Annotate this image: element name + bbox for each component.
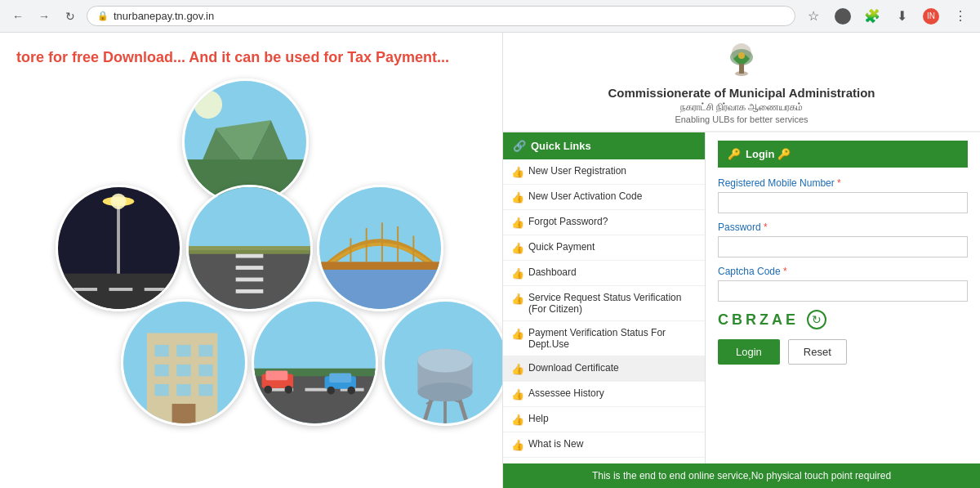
mobile-input[interactable] <box>718 192 968 213</box>
svg-rect-31 <box>154 345 168 356</box>
svg-rect-36 <box>198 365 212 376</box>
svg-rect-33 <box>198 345 212 356</box>
svg-point-67 <box>738 52 745 59</box>
svg-rect-35 <box>176 365 190 376</box>
svg-rect-23 <box>319 262 441 270</box>
lock-icon: 🔒 <box>97 11 109 21</box>
quick-links-label: Quick Links <box>531 140 591 152</box>
bookmark-button[interactable]: ☆ <box>802 5 825 28</box>
quick-link-item-2[interactable]: 👍Forgot Password? <box>503 210 705 235</box>
quick-link-icon: 👍 <box>511 293 524 305</box>
svg-point-49 <box>264 386 272 394</box>
captcha-input[interactable] <box>718 280 968 302</box>
quick-link-label: New User Activation Code <box>528 190 642 202</box>
svg-point-50 <box>284 386 292 394</box>
quick-links-list: 👍New User Registration👍New User Activati… <box>503 159 705 458</box>
mobile-label: Registered Mobile Number * <box>718 177 968 189</box>
marquee-text: tore for free Download... And it can be … <box>16 49 486 66</box>
quick-link-item-3[interactable]: 👍Quick Payment <box>503 235 705 261</box>
page-wrapper: tore for free Download... And it can be … <box>0 33 980 488</box>
button-row: Login Reset <box>718 339 968 365</box>
svg-point-54 <box>347 387 355 395</box>
back-button[interactable]: ← <box>8 7 28 26</box>
svg-rect-12 <box>144 288 167 291</box>
quick-link-item-6[interactable]: 👍Payment Verification Status For Dept.Us… <box>503 321 705 356</box>
menu-button[interactable]: ⋮ <box>949 5 972 28</box>
quick-link-label: Assessee History <box>528 387 604 399</box>
quick-link-item-8[interactable]: 👍Assessee History <box>503 382 705 407</box>
quick-links-header: 🔗 Quick Links <box>503 132 705 159</box>
svg-rect-39 <box>198 384 212 396</box>
login-header: 🔑 Login 🔑 <box>718 141 968 168</box>
captcha-label: Captcha Code * <box>718 266 968 277</box>
quick-link-icon: 👍 <box>511 217 524 229</box>
downloads-button[interactable]: ⬇ <box>890 5 913 28</box>
svg-rect-6 <box>117 203 120 281</box>
quick-links-icon: 🔗 <box>513 140 526 152</box>
circle-image-2 <box>56 185 182 311</box>
quick-link-label: Dashboard <box>528 266 577 278</box>
address-bar[interactable]: 🔒 tnurbanepay.tn.gov.in <box>87 6 795 26</box>
profile-button[interactable] <box>831 5 854 28</box>
browser-actions: ☆ 🧩 ⬇ IN ⋮ <box>802 5 972 28</box>
quick-link-icon: 👍 <box>511 363 524 375</box>
quick-link-label: Forgot Password? <box>528 216 608 227</box>
captcha-refresh-button[interactable]: ↻ <box>807 310 826 329</box>
quick-link-label: What is New <box>528 438 583 450</box>
quick-link-icon: 👍 <box>511 439 524 451</box>
quick-link-label: Help <box>528 413 549 424</box>
quick-link-item-4[interactable]: 👍Dashboard <box>503 261 705 286</box>
svg-rect-11 <box>109 288 132 291</box>
svg-rect-19 <box>235 289 263 293</box>
quick-link-item-10[interactable]: 👍What is New <box>503 432 705 458</box>
quick-link-icon: 👍 <box>511 242 524 254</box>
svg-point-69 <box>735 71 748 76</box>
quick-link-label: Download Certificate <box>528 362 619 374</box>
quick-link-label: New User Registration <box>528 165 626 177</box>
extensions-button[interactable]: 🧩 <box>861 5 884 28</box>
svg-point-8 <box>110 194 126 209</box>
quick-link-label: Payment Verification Status For Dept.Use <box>528 327 697 350</box>
svg-rect-16 <box>235 254 263 258</box>
circle-image-6 <box>252 299 378 426</box>
browser-chrome: ← → ↻ 🔒 tnurbanepay.tn.gov.in ☆ 🧩 ⬇ IN ⋮ <box>0 0 980 33</box>
login-icon: 🔑 <box>728 148 741 160</box>
left-panel: tore for free Download... And it can be … <box>0 33 502 488</box>
footer-bar: This is the end to end online service,No… <box>503 463 980 488</box>
site-subtitle-eng: Enabling ULBs for better services <box>515 114 968 124</box>
login-label: Login 🔑 <box>746 148 791 160</box>
right-panel: Commissionerate of Municipal Administrat… <box>502 33 980 488</box>
quick-link-icon: 👍 <box>511 166 524 178</box>
quick-link-item-5[interactable]: 👍Service Request Status Verification (Fo… <box>503 286 705 321</box>
forward-button[interactable]: → <box>34 7 54 26</box>
password-label: Password * <box>718 222 968 233</box>
quick-link-item-9[interactable]: 👍Help <box>503 407 705 432</box>
quick-link-label: Quick Payment <box>528 241 595 253</box>
svg-rect-18 <box>235 278 263 282</box>
quick-links-panel: 🔗 Quick Links 👍New User Registration👍New… <box>503 132 706 463</box>
login-panel: 🔑 Login 🔑 Registered Mobile Number * Pas… <box>706 132 980 463</box>
svg-point-53 <box>327 387 335 395</box>
flag-icon[interactable]: IN <box>920 5 942 28</box>
quick-link-item-0[interactable]: 👍New User Registration <box>503 159 705 185</box>
svg-rect-34 <box>154 365 168 376</box>
svg-rect-37 <box>154 384 168 396</box>
photo-collage <box>56 78 448 430</box>
quick-link-item-7[interactable]: 👍Download Certificate <box>503 356 705 382</box>
refresh-button[interactable]: ↻ <box>60 7 80 26</box>
svg-rect-17 <box>235 266 263 270</box>
quick-link-icon: 👍 <box>511 267 524 280</box>
content-area: 🔗 Quick Links 👍New User Registration👍New… <box>503 132 980 463</box>
captcha-row: CBRZAE ↻ <box>718 310 968 329</box>
circle-image-3 <box>186 185 313 311</box>
reset-button[interactable]: Reset <box>788 339 847 365</box>
circle-image-7 <box>382 299 503 426</box>
quick-link-item-1[interactable]: 👍New User Activation Code <box>503 185 705 210</box>
svg-rect-40 <box>172 404 195 423</box>
svg-rect-38 <box>176 384 190 396</box>
svg-point-64 <box>417 349 472 373</box>
password-input[interactable] <box>718 236 968 257</box>
svg-point-4 <box>194 91 222 119</box>
captcha-code: CBRZAE <box>718 311 799 329</box>
login-button[interactable]: Login <box>718 339 780 365</box>
